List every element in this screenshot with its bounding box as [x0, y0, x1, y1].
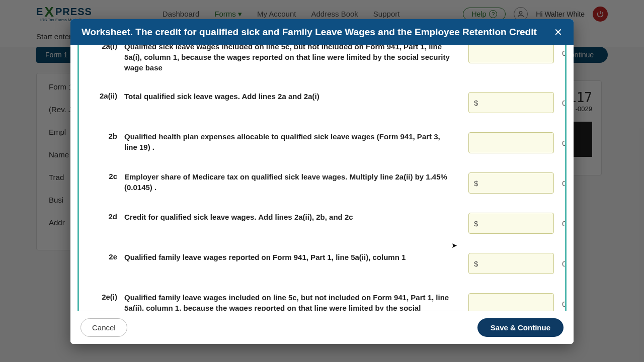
save-continue-button[interactable]: Save & Continue: [477, 318, 564, 337]
amount-field[interactable]: [481, 259, 567, 268]
worksheet-line: 2a(i)Qualified sick leave wages included…: [95, 45, 554, 82]
amount-input[interactable]: $: [468, 132, 554, 153]
modal-footer: Cancel Save & Continue: [70, 311, 574, 344]
worksheet-line: 2cEmployer share of Medicare tax on qual…: [95, 162, 554, 203]
amount-input[interactable]: $: [468, 213, 554, 234]
line-id: 2a(ii): [95, 91, 117, 100]
line-id: 2a(i): [95, 45, 117, 50]
modal-header: Worksheet. The credit for qualified sick…: [70, 19, 574, 45]
amount-field[interactable]: [481, 49, 567, 57]
amount-field[interactable]: [481, 179, 567, 188]
dollar-sign: $: [474, 179, 478, 188]
line-text: Qualified sick leave wages included on l…: [124, 45, 461, 73]
amount-input[interactable]: $: [468, 92, 554, 113]
line-text: Qualified family leave wages included on…: [124, 292, 461, 311]
line-id: 2b: [95, 131, 117, 140]
line-text: Qualified health plan expenses allocable…: [124, 131, 461, 152]
amount-field[interactable]: [481, 99, 567, 107]
line-id: 2e(i): [95, 292, 117, 301]
line-text: Employer share of Medicare tax on qualif…: [124, 171, 461, 193]
modal-scroll-area[interactable]: 2a(i)Qualified sick leave wages included…: [77, 45, 567, 311]
amount-field[interactable]: [481, 219, 567, 228]
line-text: Qualified family leave wages reported on…: [124, 252, 461, 262]
line-id: 2c: [95, 171, 117, 180]
amount-field[interactable]: [481, 300, 567, 308]
worksheet-line: 2bQualified health plan expenses allocab…: [95, 122, 554, 162]
dollar-sign: $: [474, 259, 478, 268]
dollar-sign: $: [474, 219, 478, 228]
amount-input[interactable]: $: [468, 45, 554, 63]
line-id: 2e: [95, 252, 117, 261]
line-id: 2d: [95, 212, 117, 221]
worksheet-line: 2dCredit for qualified sick leave wages.…: [95, 203, 554, 243]
amount-field[interactable]: [481, 139, 567, 147]
modal-title: Worksheet. The credit for qualified sick…: [82, 27, 537, 38]
line-text: Credit for qualified sick leave wages. A…: [124, 212, 461, 222]
amount-input[interactable]: $: [468, 172, 554, 194]
close-icon[interactable]: ✕: [554, 26, 562, 38]
worksheet-line: 2e(i)Qualified family leave wages includ…: [95, 283, 554, 311]
worksheet-line: 2eQualified family leave wages reported …: [95, 243, 554, 283]
cancel-button[interactable]: Cancel: [80, 318, 127, 337]
dollar-sign: $: [474, 99, 478, 107]
worksheet-line: 2a(ii)Total qualified sick leave wages. …: [95, 82, 554, 122]
worksheet-modal: Worksheet. The credit for qualified sick…: [70, 19, 574, 344]
amount-input[interactable]: $: [468, 293, 554, 311]
line-text: Total qualified sick leave wages. Add li…: [124, 91, 461, 102]
amount-input[interactable]: $: [468, 253, 554, 274]
